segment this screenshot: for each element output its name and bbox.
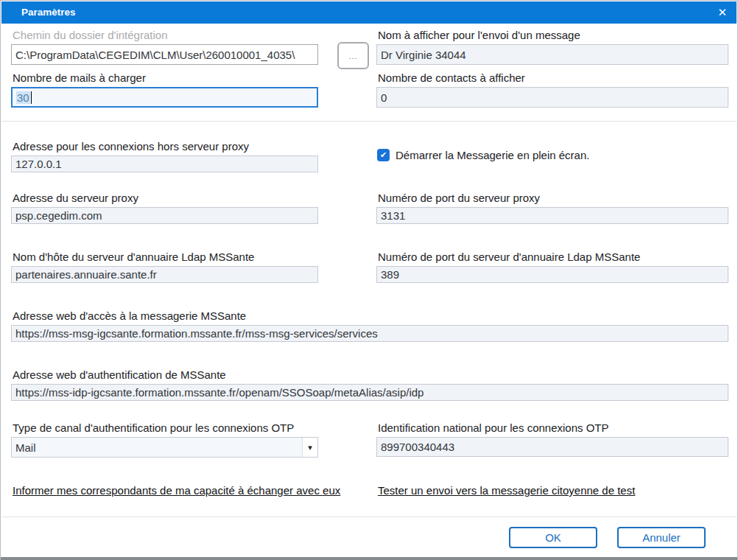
footer-divider — [1, 517, 737, 517]
integration-folder-label: Chemin du dossier d'intégration — [13, 29, 167, 41]
close-icon[interactable]: ✕ — [717, 1, 727, 24]
ok-button[interactable]: OK — [509, 527, 597, 548]
proxy-port-label: Numéro de port du serveur proxy — [378, 192, 540, 204]
chevron-down-icon[interactable]: ▾ — [302, 438, 317, 457]
proxy-address-label: Adresse du serveur proxy — [13, 192, 138, 204]
title-bar: Paramètres ✕ — [1, 1, 737, 24]
proxy-address-input[interactable] — [11, 207, 318, 224]
otp-channel-dropdown[interactable]: Mail ▾ — [11, 437, 318, 458]
ldap-port-label: Numéro de port du serveur d'annuaire Lda… — [378, 251, 640, 263]
mails-to-load-label: Nombre de mails à charger — [13, 71, 146, 84]
display-name-label: Nom à afficher pour l'envoi d'un message — [378, 29, 580, 41]
ldap-host-input[interactable] — [11, 266, 318, 283]
otp-channel-value: Mail — [12, 441, 302, 454]
dialog-title: Paramètres — [21, 1, 76, 24]
check-icon: ✔ — [380, 150, 387, 160]
integration-folder-input[interactable] — [11, 44, 318, 65]
contacts-to-display-input[interactable] — [376, 87, 728, 108]
cancel-button[interactable]: Annuler — [617, 527, 706, 548]
text-caret — [31, 91, 32, 104]
ldap-host-label: Nom d'hôte du serveur d'annuaire Ldap MS… — [13, 251, 254, 263]
otp-channel-label: Type de canal d'authentification pour le… — [13, 421, 294, 434]
mss-auth-input[interactable] — [11, 384, 728, 401]
no-proxy-address-label: Adresse pour les connexions hors serveur… — [13, 140, 249, 153]
inform-correspondents-link[interactable]: Informer mes correspondants de ma capaci… — [13, 484, 340, 497]
mss-web-access-input[interactable] — [11, 325, 728, 342]
proxy-port-input[interactable] — [376, 207, 728, 224]
section-divider — [1, 121, 737, 122]
mss-web-access-label: Adresse web d'accès à la messagerie MSSa… — [13, 309, 246, 322]
display-name-input[interactable] — [376, 44, 728, 65]
window-bottom-edge — [1, 557, 737, 560]
mss-auth-label: Adresse web d'authentification de MSSant… — [13, 368, 226, 381]
browse-button[interactable]: ... — [337, 42, 369, 69]
test-send-link[interactable]: Tester un envoi vers la messagerie citoy… — [378, 484, 635, 497]
fullscreen-checkbox-label[interactable]: Démarrer la Messagerie en plein écran. — [396, 149, 589, 161]
fullscreen-checkbox[interactable]: ✔ — [377, 149, 390, 161]
ldap-port-input[interactable] — [376, 266, 728, 283]
parameters-dialog: Paramètres ✕ Chemin du dossier d'intégra… — [0, 0, 738, 560]
contacts-to-display-label: Nombre de contacts à afficher — [378, 71, 525, 84]
mails-to-load-input[interactable]: 30 — [11, 87, 318, 108]
selected-text: 30 — [16, 91, 30, 104]
otp-national-id-label: Identification national pour les connexi… — [378, 421, 609, 434]
otp-national-id-input[interactable] — [376, 437, 728, 457]
no-proxy-address-input[interactable] — [11, 155, 318, 172]
